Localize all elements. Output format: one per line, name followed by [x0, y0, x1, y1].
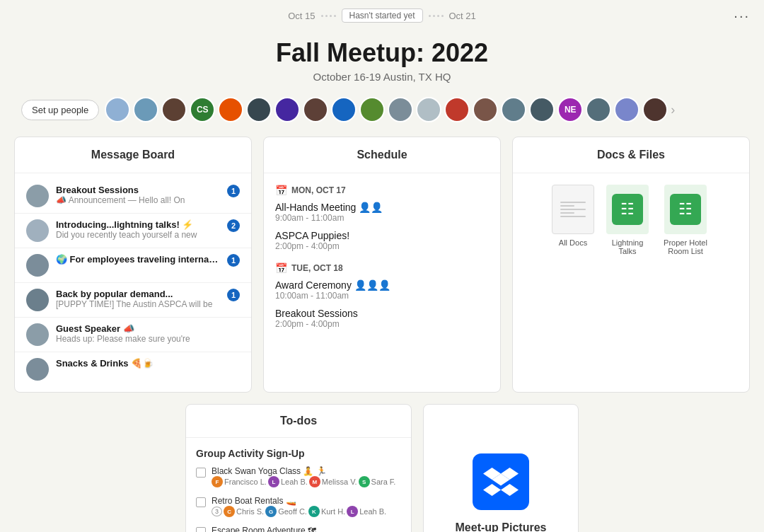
avatar[interactable]	[303, 97, 328, 122]
avatar[interactable]	[331, 97, 357, 122]
schedule-card: Schedule 📅 MON, OCT 17 All-Hands Meeting…	[263, 137, 501, 393]
message-title: Introducing...lightning talks! ⚡	[56, 219, 220, 230]
todo-group-title: Group Activity Sign-Up	[196, 448, 401, 459]
event-subtitle: October 16-19 Austin, TX HQ	[14, 71, 750, 83]
message-item[interactable]: Back by popular demand... [PUPPY TIME!] …	[15, 283, 251, 318]
calendar-icon: 📅	[275, 262, 287, 274]
docs-files-card: Docs & Files All Docs ☷	[512, 137, 750, 393]
event-name: ASPCA Puppies!	[275, 230, 489, 241]
doc-item-all-docs[interactable]: All Docs	[552, 185, 594, 255]
message-list: Breakout Sessions 📣 Announcement — Hello…	[15, 173, 251, 392]
todo-checkbox[interactable]	[196, 468, 206, 478]
sheets-icon: ☷	[664, 185, 707, 234]
message-preview: Heads up: Please make sure you're	[56, 334, 240, 344]
avatar[interactable]	[642, 97, 668, 122]
message-avatar	[26, 358, 49, 381]
dropbox-svg	[483, 464, 519, 499]
schedule-event[interactable]: ASPCA Puppies! 2:00pm - 4:00pm	[275, 230, 489, 251]
schedule-event[interactable]: Award Ceremony 👤👤👤 10:00am - 11:00am	[275, 279, 489, 301]
avatar[interactable]	[218, 97, 243, 122]
day-label: 📅 TUE, OCT 18	[275, 262, 489, 274]
main-content-grid: Message Board Breakout Sessions 📣 Announ…	[0, 137, 764, 404]
todo-text: Black Swan Yoga Class 🧘 🏃 F Francisco L.…	[212, 466, 401, 487]
avatar[interactable]	[614, 97, 639, 122]
todo-name: Retro Boat Rentals 🚤	[212, 496, 401, 506]
message-preview: 📣 Announcement — Hello all! On	[56, 195, 220, 205]
event-name: All-Hands Meeting 👤👤	[275, 202, 489, 213]
message-item[interactable]: Introducing...lightning talks! ⚡ Did you…	[15, 214, 251, 248]
message-avatar	[26, 254, 49, 277]
message-avatar	[26, 289, 49, 311]
schedule-event[interactable]: All-Hands Meeting 👤👤 9:00am - 11:00am	[275, 202, 489, 223]
avatar[interactable]: CS	[190, 97, 215, 122]
doc-item-lightning-talks[interactable]: ☷ Lightning Talks	[603, 185, 652, 255]
message-content: Back by popular demand... [PUPPY TIME!] …	[56, 289, 220, 309]
message-avatar	[26, 323, 49, 346]
message-content: Guest Speaker 📣 Heads up: Please make su…	[56, 323, 240, 344]
message-preview: Did you recently teach yourself a new	[56, 230, 220, 240]
avatar[interactable]	[529, 97, 555, 122]
timeline-start: Oct 15	[288, 11, 315, 21]
calendar-icon: 📅	[275, 185, 287, 196]
more-options-button[interactable]: ···	[734, 8, 750, 24]
message-badge: 1	[227, 185, 240, 197]
dropbox-card: Meet-up Pictures Open up Dropbox ↗	[423, 404, 579, 532]
bottom-section: To-dos Group Activity Sign-Up Black Swan…	[0, 404, 764, 532]
avatar[interactable]	[473, 97, 498, 122]
dropbox-title: Meet-up Pictures	[456, 521, 547, 533]
doc-item-hotel-room-list[interactable]: ☷ Proper Hotel Room List	[661, 185, 710, 255]
schedule-title: Schedule	[264, 137, 500, 173]
avatar[interactable]	[586, 97, 611, 122]
avatar[interactable]	[105, 97, 130, 122]
message-item[interactable]: Snacks & Drinks 🍕🍺	[15, 352, 251, 386]
message-title: Breakout Sessions	[56, 185, 220, 195]
todos-card: To-dos Group Activity Sign-Up Black Swan…	[185, 404, 412, 532]
avatar[interactable]	[501, 97, 526, 122]
avatar[interactable]	[388, 97, 413, 122]
timeline-end: Oct 21	[449, 11, 476, 21]
timeline-dots-left	[321, 15, 336, 17]
message-title: Guest Speaker 📣	[56, 323, 240, 334]
message-board-card: Message Board Breakout Sessions 📣 Announ…	[14, 137, 252, 393]
avatar[interactable]	[416, 97, 441, 122]
message-item[interactable]: Breakout Sessions 📣 Announcement — Hello…	[15, 179, 251, 214]
todo-name: Escape Room Adventure 🗺	[212, 526, 401, 532]
message-preview: [PUPPY TIME!] The Austin ASPCA will be	[56, 299, 220, 309]
avatar[interactable]	[133, 97, 158, 122]
doc-label: Proper Hotel Room List	[661, 238, 710, 255]
todo-checkbox[interactable]	[196, 527, 206, 532]
todo-checkbox[interactable]	[196, 497, 206, 507]
event-name: Award Ceremony 👤👤👤	[275, 279, 489, 291]
schedule-event[interactable]: Breakout Sessions 2:00pm - 4:00pm	[275, 308, 489, 329]
message-content: Snacks & Drinks 🍕🍺	[56, 358, 240, 369]
todo-assignees: 3 C Chris S. G Geoff C. K Kurt H. L Leah…	[212, 506, 401, 517]
avatar[interactable]	[246, 97, 272, 122]
people-row: Set up people CS NE ›	[0, 97, 764, 137]
day-label: 📅 MON, OCT 17	[275, 185, 489, 196]
avatar[interactable]	[161, 97, 187, 122]
todos-title: To-dos	[186, 405, 411, 438]
message-content: 🌍 For employees traveling internationall…	[56, 254, 220, 265]
todo-assignees: F Francisco L. L Leah B. M Melissa V. S …	[212, 476, 401, 487]
avatar[interactable]: NE	[557, 97, 583, 122]
message-avatar	[26, 219, 49, 242]
event-time: 2:00pm - 4:00pm	[275, 319, 489, 329]
schedule-day: 📅 MON, OCT 17 All-Hands Meeting 👤👤 9:00a…	[275, 185, 489, 251]
todo-text: Retro Boat Rentals 🚤 3 C Chris S. G Geof…	[212, 496, 401, 517]
doc-label: All Docs	[559, 238, 587, 247]
avatar-more-indicator: ›	[671, 97, 675, 122]
event-header: Fall Meetup: 2022 October 16-19 Austin, …	[0, 31, 764, 97]
event-time: 2:00pm - 4:00pm	[275, 241, 489, 251]
message-item[interactable]: 🌍 For employees traveling internationall…	[15, 248, 251, 283]
avatar[interactable]	[359, 97, 385, 122]
svg-marker-2	[483, 484, 501, 496]
avatar[interactable]	[274, 97, 300, 122]
message-item[interactable]: Guest Speaker 📣 Heads up: Please make su…	[15, 318, 251, 352]
timeline-bar: Oct 15 Hasn't started yet Oct 21 ···	[0, 0, 764, 31]
set-up-people-button[interactable]: Set up people	[21, 100, 99, 120]
message-badge: 1	[227, 289, 240, 301]
message-title: Back by popular demand...	[56, 289, 220, 299]
todos-content: Group Activity Sign-Up Black Swan Yoga C…	[186, 438, 411, 532]
todo-item: Retro Boat Rentals 🚤 3 C Chris S. G Geof…	[196, 496, 401, 517]
avatar[interactable]	[444, 97, 470, 122]
